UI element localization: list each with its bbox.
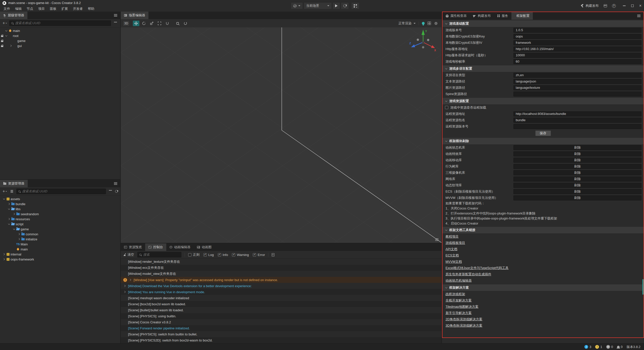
log-row[interactable]: [Scene] Forward render pipeline initiali… (121, 325, 441, 331)
remove-module-button[interactable]: 剔除 (513, 189, 641, 194)
orientation-gizmo[interactable]: Y X Z (409, 28, 437, 57)
section-basic-config[interactable]: 游戏基础配置 (442, 20, 643, 27)
asset-node[interactable]: initialize (0, 237, 120, 242)
field-input[interactable]: http://localhost:8083/assets/bundle (513, 111, 641, 116)
tab-assets[interactable]: 资源管理器 (0, 180, 28, 187)
scene-select-dropdown[interactable]: 当前场景 (304, 2, 332, 9)
log-row[interactable]: [Window] Download the Vue Devtools exten… (121, 283, 441, 289)
expand-chevron-icon[interactable] (17, 232, 21, 236)
inspector-tab[interactable]: 属性检查器 (442, 12, 470, 20)
inspector-tab[interactable]: 框架配置 (511, 12, 533, 20)
field-input[interactable]: oops (513, 34, 641, 39)
console-tab[interactable]: 动画编辑器 (166, 243, 194, 251)
doc-link[interactable]: MVVM文档 (446, 259, 462, 264)
help-icon[interactable] (612, 4, 616, 8)
log-row[interactable]: [Scene] [PHYSICS]: switch from builtin t… (121, 331, 441, 337)
scrollbar-thumb[interactable] (642, 279, 643, 295)
doc-link[interactable]: 教程项目 (446, 234, 459, 239)
console-filter[interactable]: Warning (232, 253, 249, 257)
section-resource-config[interactable]: 游戏资源配置 (442, 98, 643, 104)
move-tool-button[interactable] (133, 21, 139, 26)
menu-item[interactable]: 项目 (36, 6, 47, 12)
field-input[interactable]: 60 (513, 59, 641, 64)
minimize-button[interactable] (623, 6, 626, 6)
log-row[interactable]: [Scene] [box2d]:box2d wasm lib loaded. (121, 301, 441, 307)
expand-chevron-icon[interactable] (4, 29, 8, 33)
section-module-strip[interactable]: 框架模块剔除 (442, 138, 643, 144)
scene-viewport[interactable]: Y X Z (121, 27, 441, 243)
expand-chevron-icon[interactable] (7, 222, 11, 226)
solution-link[interactable]: 3D角色扮演游戏解决方案 (446, 323, 482, 328)
log-row[interactable]: [Scene] [bullet]:bullet wasm lib loaded. (121, 307, 441, 313)
3d-mode-toggle[interactable]: 3D (123, 21, 130, 26)
log-row[interactable]: [Scene] meshopt wasm decoder initialized (121, 295, 441, 301)
checkbox-icon[interactable] (253, 253, 256, 256)
remove-module-button[interactable]: 剔除 (513, 151, 641, 156)
filter-icon[interactable] (113, 21, 118, 26)
field-input[interactable]: bundle (513, 118, 641, 123)
menu-item[interactable]: 帮助 (85, 6, 97, 12)
inspector-tab[interactable]: 构建发布 (470, 12, 494, 20)
expand-chevron-icon[interactable] (7, 202, 11, 206)
reload-button[interactable] (341, 2, 349, 9)
gizmo-space-button[interactable] (182, 21, 189, 26)
create-asset-button[interactable] (2, 189, 7, 194)
field-input[interactable]: 1.0.5 (513, 28, 641, 33)
asset-node[interactable]: libs (0, 206, 120, 211)
doc-link[interactable]: API文档 (446, 247, 457, 251)
expand-chevron-icon[interactable] (9, 44, 13, 48)
log-row[interactable]: [Scene] [PHYSICS2D]: switch from box2d-w… (121, 337, 441, 343)
tab-scene-editor[interactable]: 场景编辑器 (121, 12, 148, 19)
expand-chevron-icon[interactable] (123, 284, 126, 288)
ui-transform-tool-button[interactable] (164, 21, 171, 26)
package-icon[interactable] (604, 4, 607, 7)
doc-link[interactable]: Excel格式转Json文件与TypeScript代码工具 (446, 266, 509, 270)
layout-button[interactable] (351, 2, 359, 9)
field-input[interactable] (513, 92, 641, 97)
field-input[interactable]: zh,en (513, 73, 641, 78)
checkbox-icon[interactable] (188, 253, 191, 256)
maximize-button[interactable] (631, 5, 634, 7)
hierarchy-node[interactable]: game (0, 38, 120, 43)
menu-item[interactable]: 文件 (1, 6, 13, 12)
lock-icon[interactable] (0, 39, 4, 43)
menu-item[interactable]: 开发者 (70, 6, 85, 12)
section-solutions[interactable]: 框架解决方案 (442, 284, 643, 291)
doc-link[interactable]: 动画状态机编辑器 (446, 278, 472, 283)
remove-module-button[interactable]: 剔除 (513, 183, 641, 188)
field-input[interactable]: http://192.168.0.150/main/ (513, 47, 641, 52)
asset-node[interactable]: oops-framework (0, 257, 120, 262)
assets-search-input[interactable]: 搜索名称或 UUID (16, 189, 106, 194)
doc-link[interactable]: ECS文档 (446, 253, 459, 258)
save-button[interactable]: 保存 (535, 130, 551, 136)
menu-item[interactable]: 编辑 (13, 6, 24, 12)
log-row[interactable]: [Window] You are running Vue in developm… (121, 289, 441, 295)
section-doc-links[interactable]: 框架文档工具链接 (442, 227, 643, 233)
remove-module-button[interactable]: 剔除 (513, 170, 641, 175)
remove-module-button[interactable]: 剔除 (513, 164, 641, 169)
field-input[interactable] (513, 124, 641, 129)
console-search-input[interactable]: 搜索 (137, 252, 181, 257)
lighting-toggle-icon[interactable] (422, 22, 425, 25)
sort-icon[interactable] (9, 189, 14, 194)
error-count-badge[interactable]: 0 (606, 345, 613, 349)
rotate-tool-button[interactable] (141, 21, 147, 26)
expand-chevron-icon[interactable] (12, 227, 16, 231)
field-input[interactable]: language/texture (513, 85, 641, 90)
panel-menu-icon[interactable] (435, 238, 438, 239)
log-row[interactable]: [Window] ecs文件夹存在 (121, 265, 441, 271)
notification-badge[interactable]: 0 (617, 345, 623, 349)
hierarchy-node[interactable]: root (0, 33, 120, 38)
expand-chevron-icon[interactable] (12, 212, 16, 216)
preview-target-dropdown[interactable] (291, 2, 303, 9)
log-row[interactable]: [Scene] [PHYSICS]: using builtin. (121, 313, 441, 319)
expand-chevron-icon[interactable] (2, 197, 6, 201)
solution-link[interactable]: 战棋游戏框架 (446, 292, 465, 296)
log-row[interactable]: [Window] [Vue warn]: Property "onInput" … (121, 277, 441, 283)
log-row[interactable]: [Window] model_view文件夹存在 (121, 271, 441, 277)
warning-count-badge[interactable]: 1 (595, 345, 602, 349)
checkbox-icon[interactable] (204, 253, 207, 256)
expand-chevron-icon[interactable] (17, 237, 21, 241)
panel-menu-icon[interactable] (114, 182, 117, 183)
field-input[interactable]: language/json (513, 79, 641, 84)
